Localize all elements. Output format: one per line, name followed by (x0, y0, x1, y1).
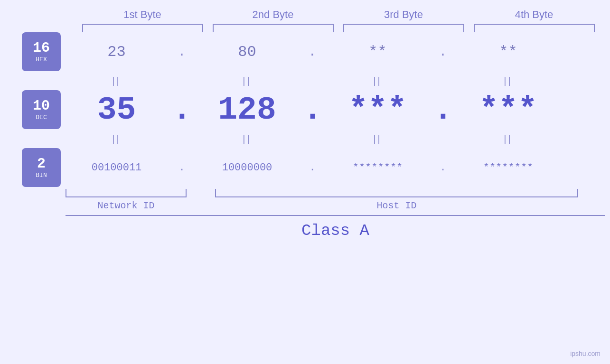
bin-dot-3: . (433, 162, 452, 174)
bin-badge: 2 BIN (22, 148, 61, 187)
byte3-header: 3rd Byte (338, 9, 469, 21)
values-grid: 23 . 80 . ** . ** (61, 32, 610, 240)
bin-b1: 00100011 (61, 162, 172, 174)
eq-b3: || (322, 75, 433, 86)
bracket-byte4 (469, 24, 600, 32)
hex-badge-row: 16 HEX (22, 32, 61, 71)
bottom-brackets-row: Network ID Host ID (61, 189, 610, 211)
class-bracket-area: Class A (61, 215, 610, 240)
hex-dot-3: . (433, 45, 452, 59)
badge-spacer-1 (22, 71, 61, 90)
hex-dot-1: . (172, 45, 191, 59)
hex-dot-2: . (303, 45, 322, 59)
class-label: Class A (61, 222, 610, 240)
bin-b4: ******** (452, 162, 564, 174)
eq-b2: || (191, 75, 303, 86)
dec-badge-row: 10 DEC (22, 90, 61, 129)
dec-b4: *** (452, 92, 564, 128)
top-brackets (0, 24, 610, 32)
bin-badge-row: 2 BIN (22, 148, 61, 187)
bin-row: 00100011 . 10000000 . ******** . (61, 148, 610, 187)
hex-b4: ** (452, 43, 564, 61)
dec-dot-3: . (433, 92, 452, 128)
dec-b2: 128 (191, 92, 303, 128)
equals-row-1: || || || || (61, 71, 610, 90)
equals-row-2: || || || || (61, 129, 610, 148)
network-bracket-container: Network ID (61, 189, 191, 211)
dec-dot-2: . (303, 92, 322, 128)
eq-b4: || (452, 75, 564, 86)
main-container: 1st Byte 2nd Byte 3rd Byte 4th Byte (0, 0, 610, 364)
host-bracket-line (215, 189, 578, 197)
network-bracket-line (66, 189, 187, 197)
badge-spacer-2 (22, 129, 61, 148)
class-bracket-line (66, 215, 605, 216)
byte-headers: 1st Byte 2nd Byte 3rd Byte 4th Byte (0, 0, 610, 21)
dec-dot-1: . (172, 92, 191, 128)
bracket-line-2 (213, 24, 334, 32)
hex-b3: ** (322, 43, 433, 61)
host-bracket-container: Host ID (210, 189, 583, 211)
bracket-byte2 (208, 24, 338, 32)
dec-badge: 10 DEC (22, 90, 61, 129)
eq2-b4: || (452, 133, 564, 144)
watermark: ipshu.com (570, 350, 601, 357)
eq2-b1: || (61, 133, 172, 144)
byte2-header: 2nd Byte (208, 9, 338, 21)
bracket-line-1 (82, 24, 203, 32)
dec-row: 35 . 128 . *** . *** (61, 90, 610, 129)
byte1-header: 1st Byte (77, 9, 208, 21)
hex-b2: 80 (191, 43, 303, 61)
bracket-line-4 (474, 24, 595, 32)
bin-dot-2: . (303, 162, 322, 174)
bin-b3: ******** (322, 162, 433, 174)
bin-b2: 10000000 (191, 162, 303, 174)
hex-badge: 16 HEX (22, 32, 61, 71)
hex-row: 23 . 80 . ** . ** (61, 32, 610, 71)
bracket-line-3 (343, 24, 464, 32)
byte4-header: 4th Byte (469, 9, 600, 21)
bracket-byte1 (77, 24, 208, 32)
eq2-b3: || (322, 133, 433, 144)
dec-b3: *** (322, 92, 433, 128)
eq-b1: || (61, 75, 172, 86)
bin-dot-1: . (172, 162, 191, 174)
badges-column: 16 HEX 10 DEC 2 BIN (22, 32, 61, 187)
network-id-label: Network ID (61, 200, 191, 211)
eq2-b2: || (191, 133, 303, 144)
hex-b1: 23 (61, 43, 172, 61)
host-id-label: Host ID (210, 200, 583, 211)
dec-b1: 35 (61, 92, 172, 128)
bracket-byte3 (338, 24, 469, 32)
